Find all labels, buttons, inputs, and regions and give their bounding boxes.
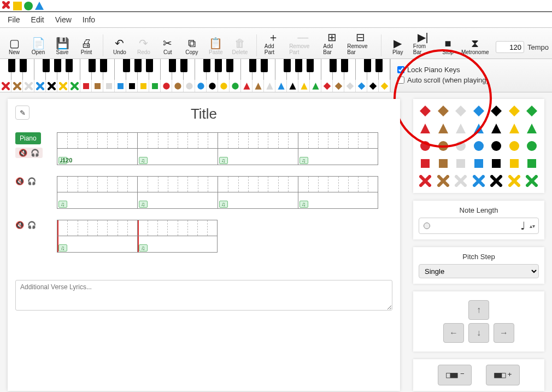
part-controls[interactable]: 🔇 🎧 xyxy=(15,148,43,158)
piano-shape-cell[interactable] xyxy=(207,80,218,92)
part-chip[interactable]: Piano xyxy=(15,132,41,144)
white-key[interactable] xyxy=(149,59,161,80)
piano-shape-cell[interactable] xyxy=(367,80,379,92)
redo-button[interactable]: ↷Redo xyxy=(133,36,155,56)
piano-shape-cell[interactable] xyxy=(241,80,252,92)
palette-circle[interactable] xyxy=(525,139,538,153)
white-key[interactable] xyxy=(46,59,57,80)
undo-button[interactable]: ↶Undo xyxy=(109,36,131,56)
metronome-button[interactable]: ⧗Metronome xyxy=(461,36,489,56)
white-key[interactable] xyxy=(0,59,11,80)
palette-square[interactable] xyxy=(508,157,521,170)
white-key[interactable] xyxy=(80,59,92,80)
piano-shape-cell[interactable] xyxy=(69,80,80,92)
chord-marker[interactable]: ♫ xyxy=(139,157,148,164)
menu-edit[interactable]: Edit xyxy=(26,14,50,25)
paste-button[interactable]: 📋Paste xyxy=(205,36,227,56)
chord-marker[interactable]: ♫ xyxy=(300,201,308,208)
piano-shape-cell[interactable] xyxy=(195,80,207,92)
palette-square[interactable] xyxy=(472,157,485,170)
palette-circle[interactable] xyxy=(472,139,485,153)
sheet-title[interactable]: Title xyxy=(191,106,217,122)
zoom-out-button[interactable]: − xyxy=(438,365,472,385)
white-key[interactable] xyxy=(161,59,172,80)
palette-diamond[interactable] xyxy=(454,104,467,118)
bar[interactable]: ♫♩120 xyxy=(57,132,137,165)
edit-title-button[interactable]: ✎ xyxy=(15,106,30,120)
white-key[interactable] xyxy=(11,59,23,80)
piano-shape-cell[interactable] xyxy=(80,80,92,92)
piano-keyboard[interactable] xyxy=(0,59,391,92)
chord-marker[interactable]: ♫ xyxy=(58,244,67,251)
part-controls[interactable]: 🔇 🎧 xyxy=(15,176,36,186)
note-length-selector[interactable]: ♩ ▴▾ xyxy=(419,218,539,234)
menu-view[interactable]: View xyxy=(50,14,77,25)
white-key[interactable] xyxy=(310,59,321,80)
white-key[interactable] xyxy=(264,59,275,80)
piano-shape-cell[interactable] xyxy=(333,80,344,92)
piano-shape-cell[interactable] xyxy=(379,80,390,92)
white-key[interactable] xyxy=(92,59,103,80)
autoscroll-input[interactable] xyxy=(397,77,404,84)
piano-shape-cell[interactable] xyxy=(46,80,57,92)
palette-triangle[interactable] xyxy=(454,122,467,135)
palette-x[interactable] xyxy=(490,174,503,188)
white-key[interactable] xyxy=(34,59,46,80)
white-key[interactable] xyxy=(172,59,184,80)
piano-shape-cell[interactable] xyxy=(149,80,161,92)
white-key[interactable] xyxy=(333,59,344,80)
stop-button[interactable]: ■Stop xyxy=(437,36,459,56)
arrow-left-button[interactable]: ← xyxy=(443,323,464,343)
palette-diamond[interactable] xyxy=(472,104,485,118)
white-key[interactable] xyxy=(367,59,379,80)
chord-marker[interactable]: ♫ xyxy=(300,157,308,164)
zoom-in-button[interactable]: + xyxy=(486,365,520,385)
white-key[interactable] xyxy=(379,59,390,80)
piano-shape-cell[interactable] xyxy=(126,80,138,92)
palette-circle[interactable] xyxy=(437,139,450,153)
save-button[interactable]: 💾Save xyxy=(51,36,73,56)
play-button[interactable]: ▶Play xyxy=(387,36,409,56)
palette-x[interactable] xyxy=(525,174,538,188)
palette-x[interactable] xyxy=(454,174,467,188)
piano-shape-cell[interactable] xyxy=(252,80,264,92)
white-key[interactable] xyxy=(344,59,356,80)
piano-shape-cell[interactable] xyxy=(344,80,356,92)
tempo-input[interactable] xyxy=(496,41,524,53)
palette-triangle[interactable] xyxy=(508,122,521,135)
white-key[interactable] xyxy=(23,59,34,80)
part-label[interactable]: Piano 🔇 🎧 xyxy=(15,132,51,158)
palette-circle[interactable] xyxy=(508,139,521,153)
bar[interactable]: ♫ xyxy=(298,176,378,209)
arrow-up-button[interactable]: ↑ xyxy=(468,300,489,320)
piano-shape-cell[interactable] xyxy=(321,80,333,92)
piano-shape-cell[interactable] xyxy=(310,80,321,92)
pitch-step-select[interactable]: Single xyxy=(419,264,539,278)
palette-diamond[interactable] xyxy=(490,104,503,118)
verse-lyrics-input[interactable] xyxy=(15,280,392,311)
piano-shape-cell[interactable] xyxy=(11,80,23,92)
palette-x[interactable] xyxy=(419,174,432,188)
copy-button[interactable]: ⧉Copy xyxy=(181,36,203,56)
piano-shape-cell[interactable] xyxy=(264,80,275,92)
piano-shape-cell[interactable] xyxy=(138,80,149,92)
palette-triangle[interactable] xyxy=(437,122,450,135)
white-key[interactable] xyxy=(218,59,230,80)
white-key[interactable] xyxy=(57,59,69,80)
palette-triangle[interactable] xyxy=(490,122,503,135)
palette-diamond[interactable] xyxy=(437,104,450,118)
bar[interactable]: ♫ xyxy=(57,176,137,209)
open-button[interactable]: 📄Open xyxy=(27,36,49,56)
piano-shape-cell[interactable] xyxy=(34,80,46,92)
piano-shape-cell[interactable] xyxy=(161,80,172,92)
palette-triangle[interactable] xyxy=(419,122,432,135)
piano-shape-cell[interactable] xyxy=(275,80,287,92)
piano-shape-cell[interactable] xyxy=(57,80,69,92)
bar[interactable]: ♫ xyxy=(218,176,298,209)
palette-square[interactable] xyxy=(437,157,450,170)
white-key[interactable] xyxy=(252,59,264,80)
piano-shape-cell[interactable] xyxy=(356,80,367,92)
part-controls[interactable]: 🔇 🎧 xyxy=(15,220,36,230)
palette-triangle[interactable] xyxy=(525,122,538,135)
white-key[interactable] xyxy=(298,59,310,80)
